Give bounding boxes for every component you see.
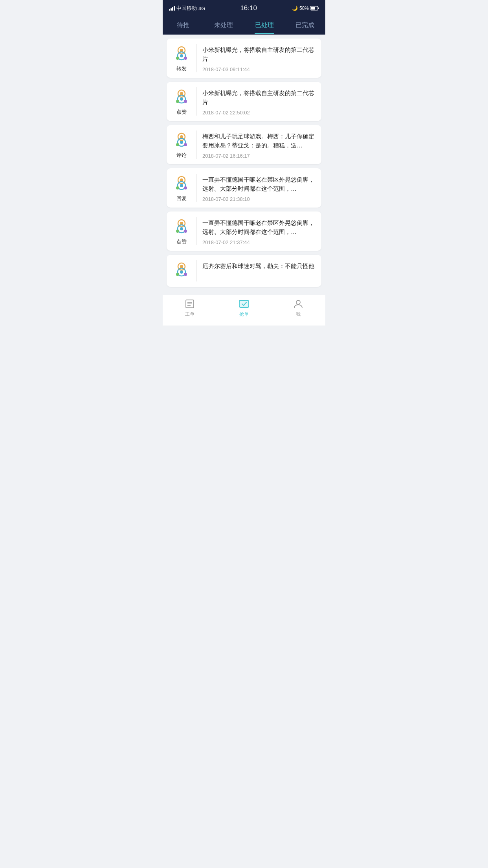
nav-workorder[interactable]: 工单	[163, 298, 217, 318]
grab-icon	[238, 298, 250, 309]
status-bar: 中国移动 4G 16:10 🌙 58%	[163, 0, 325, 16]
svg-point-25	[176, 186, 179, 189]
divider-0	[196, 44, 197, 72]
workorder-label: 工单	[185, 311, 194, 318]
user-icon-1	[172, 87, 191, 106]
carrier-label: 中国移动	[176, 5, 197, 12]
svg-point-12	[180, 97, 183, 101]
svg-point-45	[296, 300, 300, 304]
tab-unprocessed[interactable]: 未处理	[204, 16, 244, 34]
card-left-1: 点赞	[172, 87, 191, 116]
card-right-2: 梅西和儿子玩足球游戏。梅西：儿子你确定要用冰岛？蒂亚戈：是的。糟糕，送… 201…	[202, 131, 316, 159]
card-time-4: 2018-07-02 21:37:44	[202, 239, 316, 245]
svg-point-14	[184, 100, 187, 103]
user-icon-5	[172, 260, 191, 279]
svg-point-19	[176, 143, 179, 146]
svg-point-24	[180, 184, 183, 187]
svg-point-31	[176, 230, 179, 233]
svg-point-38	[184, 273, 187, 276]
svg-point-36	[180, 270, 183, 274]
status-right: 🌙 58%	[292, 6, 319, 11]
divider-2	[196, 131, 197, 159]
card-action-3: 回复	[176, 195, 187, 202]
me-icon	[293, 298, 304, 309]
svg-point-32	[184, 230, 187, 233]
card-left-0: 转发	[172, 44, 191, 72]
card-action-1: 点赞	[176, 108, 187, 116]
svg-point-30	[180, 227, 183, 230]
card-left-4: 点赞	[172, 217, 191, 245]
svg-point-13	[176, 100, 179, 103]
battery-label: 58%	[299, 6, 309, 11]
status-left: 中国移动 4G	[169, 5, 205, 12]
card-left-2: 评论	[172, 131, 191, 159]
divider-4	[196, 217, 197, 245]
svg-point-20	[184, 143, 187, 146]
svg-rect-43	[239, 300, 249, 307]
list-item[interactable]: 点赞 一直弄不懂德国干嘛老在禁区外晃悠倒脚，远射。大部分时间都在这个范围，… 2…	[167, 211, 321, 251]
card-time-2: 2018-07-02 16:16:17	[202, 153, 316, 159]
svg-point-7	[176, 57, 179, 60]
tab-bar: 待抢 未处理 已处理 已完成	[163, 16, 325, 35]
time-label: 16:10	[240, 4, 257, 12]
divider-3	[196, 174, 197, 202]
card-title-3: 一直弄不懂德国干嘛老在禁区外晃悠倒脚，远射。大部分时间都在这个范围，…	[202, 175, 316, 193]
list-item[interactable]: 回复 一直弄不懂德国干嘛老在禁区外晃悠倒脚，远射。大部分时间都在这个范围，… 2…	[167, 168, 321, 208]
list-item[interactable]: 厄齐尔赛后和球迷对骂，勒夫：不能只怪他	[167, 255, 321, 287]
nav-grab[interactable]: 抢单	[217, 298, 271, 318]
card-title-2: 梅西和儿子玩足球游戏。梅西：儿子你确定要用冰岛？蒂亚戈：是的。糟糕，送…	[202, 132, 316, 150]
card-action-0: 转发	[176, 65, 187, 72]
card-title-0: 小米新机曝光，将搭载自主研发的第二代芯片	[202, 46, 316, 63]
card-right-5: 厄齐尔赛后和球迷对骂，勒夫：不能只怪他	[202, 260, 316, 271]
signal-icon	[169, 6, 175, 11]
tab-processed[interactable]: 已处理	[244, 16, 285, 34]
network-label: 4G	[198, 6, 205, 11]
bottom-nav: 工单 抢单 我	[163, 295, 325, 326]
divider-5	[196, 260, 197, 281]
nav-me[interactable]: 我	[271, 298, 325, 318]
svg-point-18	[180, 141, 183, 144]
card-title-4: 一直弄不懂德国干嘛老在禁区外晃悠倒脚，远射。大部分时间都在这个范围，…	[202, 219, 316, 236]
card-action-4: 点赞	[176, 238, 187, 245]
card-title-5: 厄齐尔赛后和球迷对骂，勒夫：不能只怪他	[202, 262, 316, 271]
list-item[interactable]: 评论 梅西和儿子玩足球游戏。梅西：儿子你确定要用冰岛？蒂亚戈：是的。糟糕，送… …	[167, 125, 321, 164]
svg-point-8	[184, 57, 187, 60]
me-label: 我	[296, 311, 301, 318]
card-time-1: 2018-07-02 22:50:02	[202, 110, 316, 116]
user-icon-0	[172, 44, 191, 63]
card-right-3: 一直弄不懂德国干嘛老在禁区外晃悠倒脚，远射。大部分时间都在这个范围，… 2018…	[202, 174, 316, 202]
card-right-0: 小米新机曝光，将搭载自主研发的第二代芯片 2018-07-03 09:11:44	[202, 44, 316, 72]
svg-rect-2	[311, 7, 315, 10]
card-title-1: 小米新机曝光，将搭载自主研发的第二代芯片	[202, 89, 316, 107]
card-time-3: 2018-07-02 21:38:10	[202, 196, 316, 202]
svg-rect-1	[318, 7, 319, 9]
divider-1	[196, 87, 197, 116]
user-icon-3	[172, 174, 191, 193]
card-right-1: 小米新机曝光，将搭载自主研发的第二代芯片 2018-07-02 22:50:02	[202, 87, 316, 116]
card-action-2: 评论	[176, 152, 187, 159]
tab-waiting[interactable]: 待抢	[163, 16, 204, 34]
battery-icon	[310, 6, 319, 11]
card-time-0: 2018-07-03 09:11:44	[202, 66, 316, 72]
moon-icon: 🌙	[292, 6, 298, 11]
svg-point-6	[180, 54, 183, 57]
card-right-4: 一直弄不懂德国干嘛老在禁区外晃悠倒脚，远射。大部分时间都在这个范围，… 2018…	[202, 217, 316, 245]
content-area: 转发 小米新机曝光，将搭载自主研发的第二代芯片 2018-07-03 09:11…	[163, 35, 325, 291]
list-item[interactable]: 点赞 小米新机曝光，将搭载自主研发的第二代芯片 2018-07-02 22:50…	[167, 82, 321, 121]
card-left-5	[172, 260, 191, 281]
svg-point-26	[184, 186, 187, 189]
workorder-icon	[184, 298, 195, 309]
tab-completed[interactable]: 已完成	[285, 16, 326, 34]
grab-label: 抢单	[239, 311, 249, 318]
card-left-3: 回复	[172, 174, 191, 202]
list-item[interactable]: 转发 小米新机曝光，将搭载自主研发的第二代芯片 2018-07-03 09:11…	[167, 39, 321, 78]
svg-point-37	[176, 273, 179, 276]
user-icon-2	[172, 131, 191, 149]
user-icon-4	[172, 217, 191, 236]
